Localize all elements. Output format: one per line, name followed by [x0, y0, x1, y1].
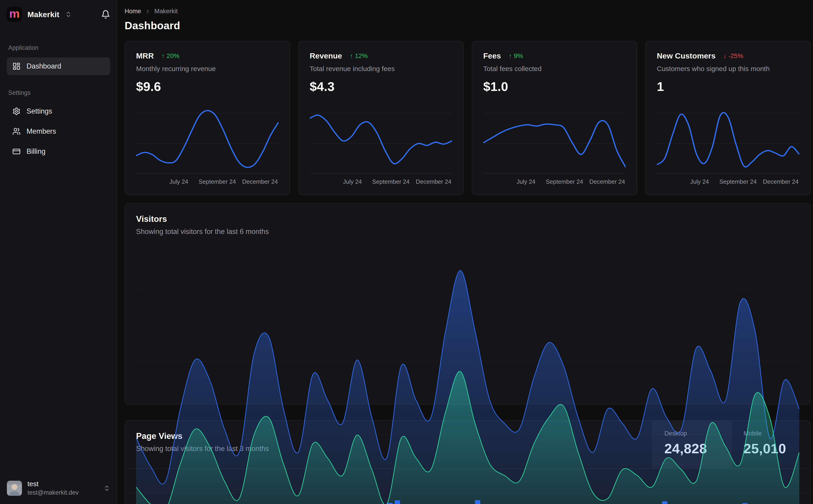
x-axis-label: December 24 [242, 178, 278, 185]
sidebar-item-dashboard[interactable]: Dashboard [7, 57, 110, 75]
visitors-card: Visitors Showing total visitors for the … [125, 203, 811, 404]
nav-section-settings: Settings Settings Members Billing [7, 89, 110, 160]
x-axis-label: September 24 [372, 178, 409, 185]
sparkline-chart[interactable] [483, 102, 626, 173]
workspace-switcher[interactable]: m Makerkit [7, 7, 110, 22]
x-axis-label: July 24 [169, 178, 188, 185]
trend-arrow-icon: ↑ [161, 52, 165, 60]
bell-icon[interactable] [101, 10, 110, 19]
sidebar-item-billing[interactable]: Billing [7, 143, 110, 160]
sidebar-item-members[interactable]: Members [7, 122, 110, 140]
x-axis-label: September 24 [546, 178, 583, 185]
page-views-bar [742, 503, 748, 504]
gear-icon [12, 107, 21, 115]
chevron-right-icon [145, 8, 151, 14]
stat-card-fees: Fees ↑9% Total fees collected $1.0 July … [472, 41, 637, 195]
sparkline-x-axis: July 24September 24December 24 [310, 173, 452, 186]
page-views-bar [662, 501, 667, 504]
stat-value: $1.0 [483, 79, 626, 94]
visitors-title: Visitors [136, 214, 799, 224]
trend-value: 9% [514, 52, 523, 60]
stat-value: 1 [657, 79, 799, 94]
sidebar: m Makerkit Application Dashboard Setting… [0, 0, 117, 504]
avatar [7, 481, 22, 496]
trend-arrow-icon: ↓ [723, 52, 727, 60]
stat-title: New Customers [657, 51, 716, 60]
stat-trend-badge: ↑9% [509, 52, 523, 60]
sidebar-item-label: Settings [27, 107, 52, 115]
sidebar-item-settings[interactable]: Settings [7, 102, 110, 120]
visitors-area-chart[interactable] [136, 242, 799, 504]
stat-card-revenue: Revenue ↑12% Total revenue including fee… [298, 41, 464, 195]
visitors-subtitle: Showing total visitors for the last 6 mo… [136, 228, 799, 236]
trend-value: 12% [355, 52, 368, 60]
page-views-bar [387, 503, 393, 504]
sparkline-chart[interactable] [657, 102, 799, 173]
trend-arrow-icon: ↑ [350, 52, 353, 60]
stat-title: Revenue [310, 51, 342, 60]
x-axis-label: July 24 [343, 178, 362, 185]
trend-arrow-icon: ↑ [509, 52, 512, 60]
nav-section-label: Application [8, 44, 110, 51]
stat-description: Total fees collected [483, 65, 626, 73]
x-axis-label: December 24 [763, 178, 799, 185]
stat-description: Monthly recurring revenue [136, 65, 279, 73]
user-name: test [27, 480, 79, 488]
page-views-bar-chart[interactable] [136, 469, 799, 504]
x-axis-label: July 24 [690, 178, 709, 185]
sparkline-x-axis: July 24September 24December 24 [483, 173, 626, 186]
x-axis-label: July 24 [517, 178, 535, 185]
trend-value: -25% [728, 52, 743, 60]
breadcrumb-home-link[interactable]: Home [125, 8, 141, 15]
stat-description: Total revenue including fees [310, 65, 452, 73]
page-views-bar [475, 500, 480, 504]
page-views-bar [395, 500, 400, 504]
x-axis-label: September 24 [198, 178, 236, 185]
sparkline-x-axis: July 24September 24December 24 [136, 173, 279, 186]
stat-card-new-customers: New Customers ↓-25% Customers who signed… [646, 41, 811, 195]
stat-value: $9.6 [136, 79, 279, 94]
stat-trend-badge: ↑12% [350, 52, 368, 60]
user-email: test@makerkit.dev [27, 489, 79, 496]
users-icon [12, 127, 21, 135]
makerkit-logo: m [7, 7, 22, 22]
x-axis-label: December 24 [416, 178, 451, 185]
trend-value: 20% [166, 52, 179, 60]
chevrons-up-down-icon [103, 485, 110, 492]
workspace-name: Makerkit [27, 10, 59, 19]
stat-trend-badge: ↓-25% [723, 52, 743, 60]
stat-cards-row: MRR ↑20% Monthly recurring revenue $9.6 … [125, 41, 811, 195]
stat-title: Fees [483, 51, 501, 60]
sparkline-chart[interactable] [136, 102, 279, 173]
stat-description: Customers who signed up this month [657, 65, 799, 73]
bar-chart-gridline [125, 493, 810, 493]
main-content: Home Makerkit Dashboard MRR ↑20% Monthly… [117, 0, 813, 504]
user-menu[interactable]: test test@makerkit.dev [7, 480, 110, 496]
chevrons-up-down-icon [65, 11, 72, 18]
dashboard-grid-icon [12, 62, 21, 70]
breadcrumb-current: Makerkit [154, 8, 178, 15]
sidebar-item-label: Dashboard [27, 62, 61, 70]
stat-card-mrr: MRR ↑20% Monthly recurring revenue $9.6 … [125, 41, 290, 195]
stat-value: $4.3 [310, 79, 452, 94]
sidebar-item-label: Billing [27, 147, 45, 156]
x-axis-label: December 24 [589, 178, 625, 185]
sparkline-chart[interactable] [310, 102, 452, 173]
x-axis-label: September 24 [719, 178, 757, 185]
nav-section-application: Application Dashboard [7, 44, 110, 75]
stat-trend-badge: ↑20% [161, 52, 179, 60]
stat-title: MRR [136, 51, 154, 60]
credit-card-icon [12, 147, 21, 156]
breadcrumb: Home Makerkit [125, 8, 811, 15]
sparkline-x-axis: July 24September 24December 24 [657, 173, 799, 186]
nav-section-label: Settings [8, 89, 110, 96]
page-title: Dashboard [125, 19, 811, 32]
sidebar-item-label: Members [27, 127, 56, 135]
